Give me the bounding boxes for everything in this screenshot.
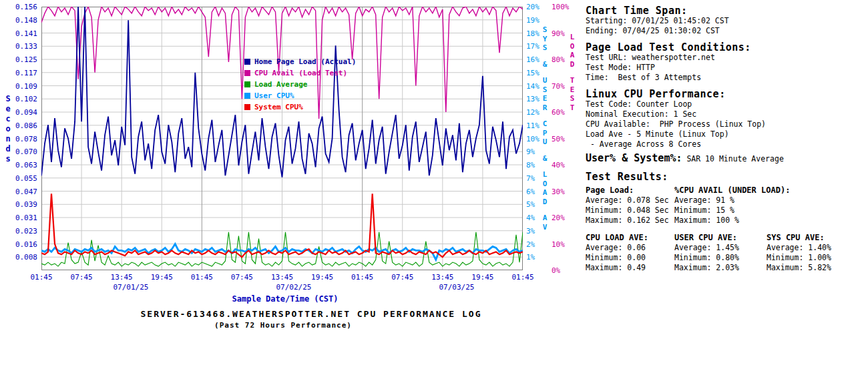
cpu-load-ave-title: CPU LOAD AVE: bbox=[586, 233, 674, 243]
section-user-system: User% & System%: SAR 10 Minute Average bbox=[586, 151, 784, 164]
loadtest-axis-tick-80%: 80% bbox=[552, 55, 565, 64]
x-date-07-03: 07/03/25 bbox=[427, 283, 487, 292]
page-load-maximum: Maximum: 0.162 Sec bbox=[586, 216, 674, 226]
left-axis-tick-0.063: 0.063 bbox=[12, 161, 37, 169]
x-date-07-01: 07/01/25 bbox=[101, 283, 161, 292]
left-axis-tick-0.031: 0.031 bbox=[12, 214, 37, 222]
legend-swatch-home-page-load bbox=[244, 59, 250, 65]
cpu-axis-tick-2%: 2% bbox=[526, 240, 535, 249]
legend: Home Page Load (Actual) CPU Avail (Load … bbox=[244, 56, 356, 113]
average-cores-line: - Average Across 8 Cores bbox=[586, 139, 766, 149]
left-axis-tick-0.023: 0.023 bbox=[12, 227, 37, 236]
loadtest-axis-tick-50%: 50% bbox=[552, 135, 565, 143]
cpu-axis-tick-15%: 15% bbox=[526, 69, 539, 77]
x-axis-tick-12: 01:45 bbox=[508, 273, 537, 282]
user-cpu-ave-minimum: Minimum: 0.80% bbox=[674, 253, 767, 263]
x-axis-tick-8: 01:45 bbox=[348, 273, 377, 282]
x-axis-tick-11: 19:45 bbox=[468, 273, 497, 282]
sys-cpu-ave-title: SYS CPU AVE: bbox=[767, 233, 831, 243]
legend-item-home-page-load: Home Page Load (Actual) bbox=[244, 56, 356, 67]
left-axis-tick-0.047: 0.047 bbox=[12, 188, 37, 196]
left-axis-tick-0.125: 0.125 bbox=[12, 55, 37, 64]
section-linux-cpu: Linux CPU Performance: Test Code: Counte… bbox=[586, 88, 766, 149]
cpu-avail-average: Average: 91 % bbox=[674, 196, 790, 206]
cpu-axis-tick-11%: 11% bbox=[526, 121, 539, 130]
legend-label-load-average: Load Average bbox=[254, 80, 307, 89]
cpu-avail-maximum: Maximum: 100 % bbox=[674, 216, 790, 226]
test-mode-line: Test Mode: HTTP bbox=[586, 63, 751, 73]
cpu-axis-tick-1%: 1% bbox=[526, 253, 535, 262]
legend-swatch-system-cpu bbox=[244, 104, 250, 110]
x-axis-tick-7: 19:45 bbox=[308, 273, 337, 282]
sys-cpu-ave-minimum: Minimum: 1.00% bbox=[767, 253, 831, 263]
sys-cpu-ave-results: SYS CPU AVE: Average: 1.40% Minimum: 1.0… bbox=[767, 233, 831, 273]
x-axis-title: Sample Date/Time (CST) bbox=[18, 294, 552, 304]
x-date-07-02: 07/02/25 bbox=[264, 283, 324, 292]
test-results-heading: Test Results: bbox=[586, 171, 831, 182]
cpu-axis-tick-9%: 9% bbox=[526, 147, 535, 156]
loadtest-axis-tick-20%: 20% bbox=[552, 214, 565, 222]
x-axis-tick-1: 07:45 bbox=[67, 273, 96, 282]
left-axis-tick-0.102: 0.102 bbox=[12, 95, 37, 103]
cpu-available-line: CPU Available: PHP Process (Linux Top) bbox=[586, 119, 766, 129]
test-url-line: Test URL: weatherspotter.net bbox=[586, 53, 751, 63]
page-load-results: Page Load: Average: 0.078 Sec Minimum: 0… bbox=[586, 186, 674, 226]
loadtest-axis-tick-100%: 100% bbox=[552, 3, 570, 11]
cpu-axis-tick-14%: 14% bbox=[526, 82, 539, 91]
cpu-load-ave-maximum: Maximum: 0.49 bbox=[586, 263, 674, 273]
loadtest-axis-tick-90%: 90% bbox=[552, 29, 565, 38]
loadtest-axis-tick-60%: 60% bbox=[552, 108, 565, 117]
legend-label-user-cpu: User CPU% bbox=[254, 91, 294, 100]
test-results-row-1: Page Load: Average: 0.078 Sec Minimum: 0… bbox=[586, 186, 831, 226]
cpu-axis-tick-13%: 13% bbox=[526, 95, 539, 103]
user-system-text: SAR 10 Minute Average bbox=[682, 154, 784, 163]
cpu-performance-chart: Seconds SYS & USER CPU & LOAD AV LOAD TE… bbox=[0, 0, 580, 367]
left-axis-tick-0.133: 0.133 bbox=[12, 42, 37, 51]
left-axis-tick-0.117: 0.117 bbox=[12, 69, 37, 77]
section-page-load-test: Page Load Test Conditions: Test URL: wea… bbox=[586, 41, 751, 83]
loadtest-axis-tick-10%: 10% bbox=[552, 240, 565, 249]
linux-cpu-heading: Linux CPU Performance: bbox=[586, 88, 766, 99]
cpu-load-ave-minimum: Minimum: 0.00 bbox=[586, 253, 674, 263]
left-axis-tick-0.008: 0.008 bbox=[12, 253, 37, 262]
user-cpu-ave-title: USER CPU AVE: bbox=[674, 233, 767, 243]
loadtest-axis-tick-30%: 30% bbox=[552, 188, 565, 196]
left-axis-tick-0.078: 0.078 bbox=[12, 135, 37, 143]
cpu-axis-tick-5%: 5% bbox=[526, 200, 535, 209]
left-axis-tick-0.094: 0.094 bbox=[12, 108, 37, 117]
cpu-axis-tick-19%: 19% bbox=[526, 16, 539, 25]
chart-time-span-heading: Chart Time Span: bbox=[586, 5, 729, 16]
legend-label-system-cpu: System CPU% bbox=[254, 103, 303, 111]
cpu-axis-tick-6%: 6% bbox=[526, 188, 535, 196]
x-axis-tick-0: 01:45 bbox=[27, 273, 56, 282]
left-axis-tick-0.156: 0.156 bbox=[12, 3, 37, 11]
left-axis-tick-0.016: 0.016 bbox=[12, 240, 37, 249]
section-test-results: Test Results: Page Load: Average: 0.078 … bbox=[586, 171, 831, 273]
page-load-average: Average: 0.078 Sec bbox=[586, 196, 674, 206]
user-cpu-ave-average: Average: 1.45% bbox=[674, 243, 767, 253]
left-axis-tick-0.109: 0.109 bbox=[12, 82, 37, 91]
x-axis-tick-9: 07:45 bbox=[388, 273, 417, 282]
user-system-heading: User% & System%: bbox=[586, 152, 682, 164]
cpu-axis-tick-4%: 4% bbox=[526, 214, 535, 222]
cpu-axis-tick-7%: 7% bbox=[526, 174, 535, 183]
chart-title: SERVER-613468.WEATHERSPOTTER.NET CPU PER… bbox=[44, 309, 578, 319]
right-inner-axis-title: SYS & USER CPU & LOAD AV bbox=[541, 25, 549, 232]
x-axis-tick-10: 13:45 bbox=[428, 273, 457, 282]
left-axis-tick-0.039: 0.039 bbox=[12, 200, 37, 209]
cpu-avail-results-title: %CPU AVAIL (UNDER LOAD): bbox=[674, 186, 790, 196]
load-ave-line: Load Ave - 5 Minute (Linux Top) bbox=[586, 129, 766, 139]
right-outer-axis-title: LOAD TEST bbox=[568, 33, 576, 112]
cpu-axis-tick-10%: 10% bbox=[526, 135, 539, 143]
loadtest-axis-tick-0%: 0% bbox=[552, 266, 560, 275]
cpu-axis-tick-3%: 3% bbox=[526, 227, 535, 236]
legend-label-home-page-load: Home Page Load (Actual) bbox=[254, 57, 356, 66]
left-axis-tick-0.086: 0.086 bbox=[12, 121, 37, 130]
left-axis-tick-0.055: 0.055 bbox=[12, 174, 37, 183]
chart-time-span-ending: Ending: 07/04/25 01:30:02 CST bbox=[586, 26, 729, 36]
cpu-load-ave-results: CPU LOAD AVE: Average: 0.06 Minimum: 0.0… bbox=[586, 233, 674, 273]
cpu-avail-results: %CPU AVAIL (UNDER LOAD): Average: 91 % M… bbox=[674, 186, 790, 226]
cpu-axis-tick-12%: 12% bbox=[526, 108, 539, 117]
chart-time-span-starting: Starting: 07/01/25 01:45:02 CST bbox=[586, 16, 729, 26]
test-code-line: Test Code: Counter Loop bbox=[586, 99, 766, 109]
